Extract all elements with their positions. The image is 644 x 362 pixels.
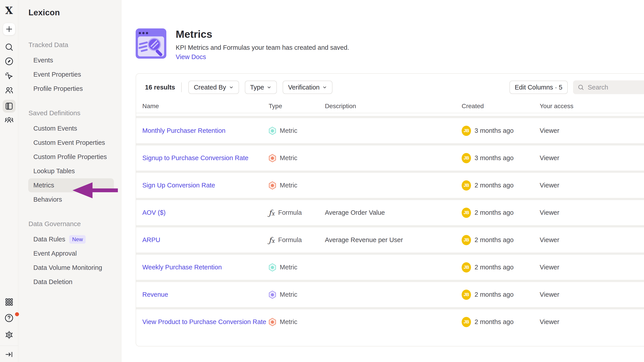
formula-fx-icon: ƒx [269, 236, 275, 244]
chevron-down-icon [322, 85, 327, 90]
users-icon[interactable] [4, 85, 14, 95]
metric-name-link[interactable]: Signup to Purchase Conversion Rate [142, 154, 248, 162]
rail-divider [0, 346, 18, 346]
metric-name-link[interactable]: View Product to Purchase Conversion Rate [142, 318, 266, 325]
column-header-type: Type [269, 103, 325, 110]
access-cell: Viewer [540, 127, 644, 134]
created-cell: JB3 months ago [462, 153, 540, 163]
table-header-row: Name Type Description Created Your acces… [136, 100, 644, 113]
created-time: 2 months ago [474, 318, 514, 326]
cursor-click-icon[interactable] [4, 71, 14, 81]
row-separator [136, 307, 644, 309]
icon-rail: X [0, 0, 18, 362]
table-toolbar: 16 results Created ByTypeVerification Ed… [136, 74, 644, 94]
sidebar-item-data-rules[interactable]: Data RulesNew [28, 232, 114, 246]
sidebar-item-behaviors[interactable]: Behaviors [28, 192, 114, 206]
metric-hexagon-icon [269, 263, 276, 272]
view-docs-link[interactable]: View Docs [176, 53, 206, 61]
sidebar-item-data-deletion[interactable]: Data Deletion [28, 275, 114, 289]
sidebar-item-events[interactable]: Events [28, 53, 114, 67]
lexicon-nav-tile[interactable] [3, 100, 16, 113]
type-cell: Metric [269, 181, 325, 190]
sidebar-item-data-volume-monitoring[interactable]: Data Volume Monitoring [28, 261, 114, 275]
edit-columns-button[interactable]: Edit Columns · 5 [510, 81, 568, 94]
created-time: 2 months ago [474, 291, 514, 298]
formula-fx-icon: ƒx [269, 209, 275, 216]
avatar: JB [462, 126, 471, 136]
cohorts-group-icon[interactable] [4, 115, 14, 125]
metrics-app-icon [136, 28, 166, 59]
name-cell: AOV ($) [142, 208, 269, 217]
created-time: 3 months ago [474, 127, 514, 134]
sidebar-item-lookup-tables[interactable]: Lookup Tables [28, 164, 114, 178]
sidebar-item-metrics[interactable]: Metrics [28, 178, 114, 192]
search-nav-icon[interactable] [4, 42, 14, 52]
type-label: Formula [278, 236, 302, 244]
sidebar-item-custom-event-properties[interactable]: Custom Event Properties [28, 136, 114, 150]
column-header-your-access: Your access [540, 103, 644, 110]
toolbar-divider [181, 82, 182, 92]
sidebar-item-label: Lookup Tables [33, 168, 75, 175]
sidebar-item-label: Events [33, 57, 53, 64]
access-cell: Viewer [540, 318, 644, 326]
metric-hexagon-icon [269, 127, 276, 135]
apps-grid-icon[interactable] [5, 298, 14, 307]
filter-button-verification[interactable]: Verification [283, 81, 332, 94]
main-content: Metrics KPI Metrics and Formulas your te… [122, 0, 644, 362]
chevron-down-icon [267, 85, 272, 90]
sidebar-item-profile-properties[interactable]: Profile Properties [28, 82, 114, 96]
sidebar-item-label: Custom Events [33, 125, 77, 132]
metric-name-link[interactable]: Weekly Purchase Retention [142, 264, 222, 271]
metric-name-link[interactable]: Monthly Purchaser Retention [142, 127, 226, 134]
table-row: Monthly Purchaser RetentionMetricJB3 mon… [136, 118, 644, 143]
edit-columns-label: Edit Columns · 5 [515, 84, 562, 91]
type-label: Formula [278, 209, 302, 216]
avatar: JB [462, 180, 471, 190]
avatar: JB [462, 208, 471, 218]
access-cell: Viewer [540, 182, 644, 189]
created-cell: JB2 months ago [462, 208, 540, 218]
sidebar-item-label: Custom Profile Properties [33, 153, 107, 161]
description-cell: Average Order Value [325, 209, 462, 216]
chevron-down-icon [229, 85, 234, 90]
type-cell: Metric [269, 154, 325, 162]
add-button[interactable] [3, 23, 15, 35]
created-time: 2 months ago [474, 182, 514, 189]
name-cell: ARPU [142, 235, 269, 244]
row-separator [136, 225, 644, 227]
metric-name-link[interactable]: Sign Up Conversion Rate [142, 182, 215, 189]
filter-button-type[interactable]: Type [245, 81, 277, 94]
column-header-description: Description [325, 103, 462, 110]
name-cell: Revenue [142, 290, 269, 299]
column-header-name: Name [142, 103, 269, 110]
lexicon-book-icon [4, 102, 14, 111]
sidebar-item-label: Profile Properties [33, 85, 83, 92]
metric-name-link[interactable]: ARPU [142, 236, 160, 243]
sidebar-item-event-approval[interactable]: Event Approval [28, 246, 114, 260]
collapse-panel-icon[interactable] [5, 350, 14, 359]
metric-name-link[interactable]: AOV ($) [142, 209, 166, 216]
metric-name-link[interactable]: Revenue [142, 291, 168, 298]
filter-button-created-by[interactable]: Created By [188, 81, 239, 94]
table-row: Sign Up Conversion RateMetricJB2 months … [136, 173, 644, 198]
compass-icon[interactable] [4, 57, 14, 66]
help-icon[interactable] [0, 313, 18, 323]
sidebar-item-label: Metrics [33, 182, 54, 189]
avatar: JB [462, 317, 471, 327]
sidebar-item-label: Behaviors [33, 196, 62, 203]
table-row: Signup to Purchase Conversion RateMetric… [136, 146, 644, 171]
settings-gear-icon[interactable] [4, 330, 14, 340]
sidebar-item-custom-profile-properties[interactable]: Custom Profile Properties [28, 150, 114, 164]
avatar: JB [462, 153, 471, 163]
name-cell: View Product to Purchase Conversion Rate [142, 317, 269, 327]
results-count: 16 results [145, 84, 175, 91]
filter-group: Created ByTypeVerification [188, 81, 332, 94]
name-cell: Monthly Purchaser Retention [142, 126, 269, 135]
sidebar-item-event-properties[interactable]: Event Properties [28, 67, 114, 81]
search-input[interactable] [588, 84, 637, 91]
table-row: RevenueMetricJB2 months agoViewer [136, 282, 644, 307]
created-time: 2 months ago [474, 236, 514, 244]
search-box[interactable] [573, 80, 644, 94]
sidebar-section-tracked-data: Tracked DataEventsEvent PropertiesProfil… [18, 39, 121, 96]
sidebar-item-custom-events[interactable]: Custom Events [28, 122, 114, 136]
